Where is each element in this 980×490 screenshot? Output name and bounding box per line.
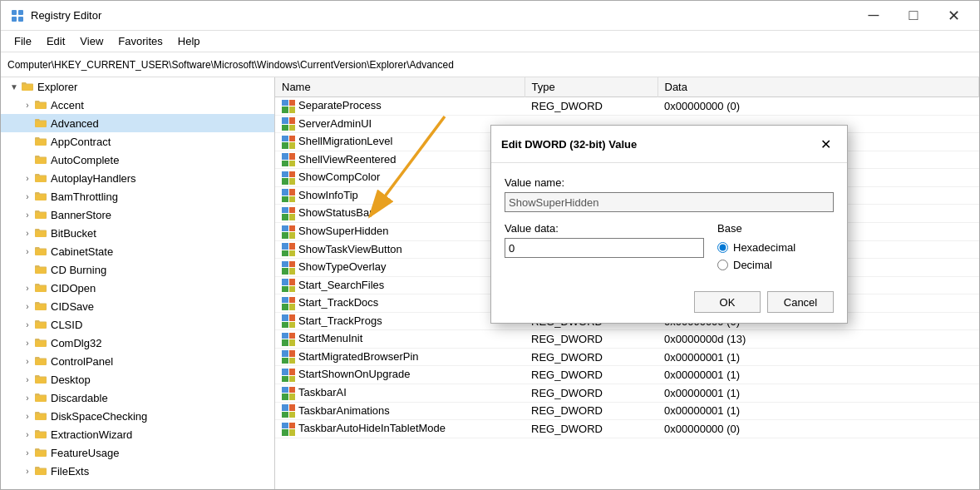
svg-rect-1 — [18, 10, 23, 15]
sidebar-item-diskspacechecking[interactable]: › DiskSpaceChecking — [1, 407, 274, 425]
reg-type: REG_DWORD — [524, 402, 657, 420]
reg-data: 0x00000000 (0) — [657, 420, 979, 438]
cancel-button[interactable]: Cancel — [767, 291, 834, 313]
expand-arrow[interactable]: › — [21, 448, 34, 458]
modal-base-section: Base Hexadecimal Decimal — [717, 222, 834, 271]
sidebar-item-clsid[interactable]: › CLSID — [1, 315, 274, 334]
ok-button[interactable]: OK — [694, 291, 761, 313]
sidebar-item-cd-burning[interactable]: CD Burning — [1, 260, 274, 279]
value-data-container[interactable] — [505, 238, 704, 258]
table-row[interactable]: TaskbarAI REG_DWORD 0x00000001 (1) — [275, 384, 979, 403]
reg-name: ShowCompColor — [275, 169, 524, 187]
value-name-label: Value name: — [505, 176, 834, 189]
menu-item-view[interactable]: View — [73, 33, 110, 49]
reg-type: REG_DWORD — [524, 366, 657, 384]
expand-arrow[interactable]: › — [21, 174, 34, 183]
sidebar-item-extractionwizard[interactable]: › ExtractionWizard — [1, 425, 274, 443]
modal-close-button[interactable]: ✕ — [814, 132, 837, 156]
expand-arrow[interactable]: › — [21, 357, 34, 366]
sidebar-item-featureusage[interactable]: › FeatureUsage — [1, 443, 274, 462]
table-row[interactable]: StartShownOnUpgrade REG_DWORD 0x00000001… — [275, 366, 979, 384]
svg-rect-3 — [18, 17, 23, 22]
expand-arrow[interactable]: › — [21, 320, 34, 329]
table-row[interactable]: TaskbarAnimations REG_DWORD 0x00000001 (… — [275, 402, 979, 420]
sidebar-item-explorer[interactable]: ▼ Explorer — [1, 77, 274, 96]
folder-icon — [34, 281, 47, 294]
address-path: Computer\HKEY_CURRENT_USER\Software\Micr… — [7, 59, 454, 71]
folder-icon — [34, 409, 47, 423]
title-bar-left: Registry Editor — [11, 9, 101, 22]
value-name-input[interactable] — [505, 192, 834, 212]
reg-type: REG_DWORD — [524, 384, 657, 403]
sidebar-item-advanced[interactable]: Advanced — [1, 114, 274, 132]
sidebar-item-comdlg32[interactable]: › ComDlg32 — [1, 334, 274, 352]
reg-name: StartMigratedBrowserPin — [275, 348, 524, 366]
folder-icon — [34, 263, 47, 276]
table-row[interactable]: StartMigratedBrowserPin REG_DWORD 0x0000… — [275, 348, 979, 366]
minimize-button[interactable]: ─ — [854, 2, 893, 29]
reg-data: 0x00000001 (1) — [657, 384, 979, 403]
sidebar-item-controlpanel[interactable]: › ControlPanel — [1, 352, 274, 370]
folder-icon — [34, 464, 47, 478]
sidebar-item-desktop[interactable]: › Desktop — [1, 370, 274, 389]
radio-hexadecimal-input[interactable] — [717, 242, 728, 253]
reg-name: ShowInfoTip — [275, 186, 524, 205]
sidebar-item-cidsave[interactable]: › CIDSave — [1, 297, 274, 315]
value-data-input[interactable] — [509, 242, 700, 255]
expand-arrow[interactable]: › — [21, 192, 34, 201]
expand-arrow[interactable]: › — [21, 229, 34, 238]
expand-arrow[interactable]: › — [21, 339, 34, 348]
expand-arrow[interactable]: › — [21, 284, 34, 293]
expand-arrow[interactable]: › — [21, 101, 34, 110]
sidebar-item-label: ControlPanel — [51, 355, 113, 368]
expand-arrow[interactable]: › — [21, 430, 34, 439]
menu-item-edit[interactable]: Edit — [40, 33, 71, 49]
radio-hexadecimal[interactable]: Hexadecimal — [717, 241, 834, 254]
expand-arrow[interactable]: › — [21, 247, 34, 256]
svg-rect-2 — [12, 17, 17, 22]
reg-name: TaskbarAnimations — [275, 402, 524, 420]
sidebar-item-label: CabinetState — [51, 245, 113, 258]
sidebar-item-appcontract[interactable]: AppContract — [1, 132, 274, 151]
folder-icon — [34, 226, 47, 240]
reg-name: ShowTaskViewButton — [275, 240, 524, 259]
sidebar-item-autocomplete[interactable]: AutoComplete — [1, 151, 274, 169]
sidebar-item-cidopen[interactable]: › CIDOpen — [1, 279, 274, 297]
sidebar-item-cabinetstate[interactable]: › CabinetState — [1, 242, 274, 260]
table-row[interactable]: TaskbarAutoHideInTabletMode REG_DWORD 0x… — [275, 420, 979, 438]
sidebar-item-autoplayhandlers[interactable]: › AutoplayHandlers — [1, 169, 274, 187]
sidebar-item-bannerstore[interactable]: › BannerStore — [1, 205, 274, 224]
close-button[interactable]: ✕ — [934, 2, 973, 29]
sidebar-item-fileexts[interactable]: › FileExts — [1, 462, 274, 480]
expand-arrow[interactable]: › — [21, 467, 34, 476]
radio-decimal-input[interactable] — [717, 260, 728, 270]
expand-arrow[interactable]: › — [21, 412, 34, 421]
expand-arrow[interactable]: › — [21, 375, 34, 384]
reg-name: ShowSuperHidden — [275, 222, 524, 240]
table-row[interactable]: SeparateProcess REG_DWORD 0x00000000 (0) — [275, 97, 979, 116]
expand-arrow[interactable]: ▼ — [7, 82, 21, 92]
sidebar-item-bitbucket[interactable]: › BitBucket — [1, 224, 274, 242]
table-row[interactable]: StartMenuInit REG_DWORD 0x0000000d (13) — [275, 330, 979, 349]
sidebar-item-label: FeatureUsage — [51, 447, 119, 459]
reg-icon — [282, 387, 295, 400]
menu-item-favorites[interactable]: Favorites — [111, 33, 169, 49]
reg-icon — [282, 297, 295, 310]
reg-icon — [282, 171, 295, 185]
expand-arrow[interactable]: › — [21, 210, 34, 220]
menu-item-help[interactable]: Help — [171, 33, 207, 49]
sidebar-item-accent[interactable]: › Accent — [1, 96, 274, 114]
reg-type: REG_DWORD — [524, 348, 657, 366]
expand-arrow[interactable]: › — [21, 302, 34, 311]
sidebar-item-label: Explorer — [37, 81, 77, 93]
maximize-button[interactable]: □ — [894, 2, 933, 29]
sidebar-item-bamthrottling[interactable]: › BamThrottling — [1, 187, 274, 205]
sidebar-item-discardable[interactable]: › Discardable — [1, 389, 274, 407]
sidebar-item-label: Desktop — [51, 374, 91, 386]
radio-decimal[interactable]: Decimal — [717, 259, 834, 271]
sidebar-item-label: CLSID — [51, 319, 82, 331]
reg-icon — [282, 117, 295, 131]
expand-arrow[interactable]: › — [21, 393, 34, 403]
menu-item-file[interactable]: File — [7, 33, 38, 49]
app-icon — [11, 9, 24, 22]
